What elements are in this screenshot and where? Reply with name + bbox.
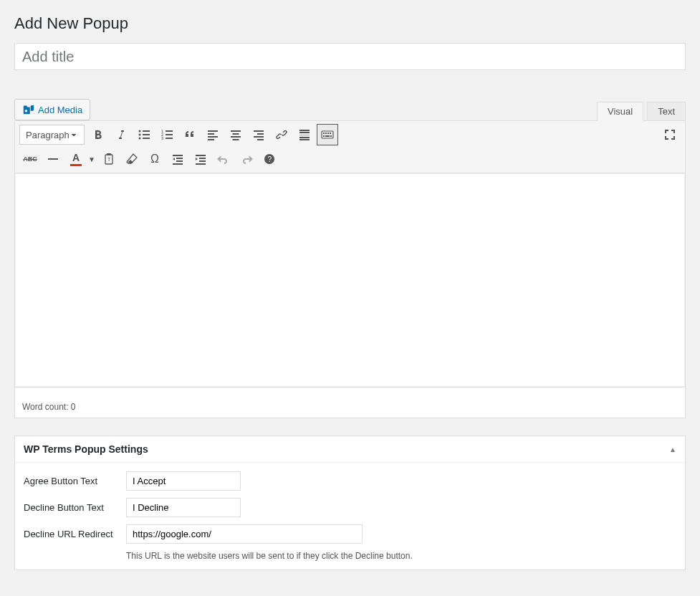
omega-icon: Ω bbox=[150, 153, 159, 165]
align-left-button[interactable] bbox=[202, 124, 224, 145]
svg-rect-32 bbox=[327, 133, 329, 134]
agree-button-label: Agree Button Text bbox=[24, 476, 120, 486]
decline-redirect-label: Decline URL Redirect bbox=[24, 529, 120, 539]
svg-rect-14 bbox=[208, 136, 218, 138]
undo-button[interactable] bbox=[213, 148, 234, 170]
svg-rect-4 bbox=[143, 134, 150, 135]
title-input[interactable] bbox=[14, 43, 686, 70]
align-center-icon bbox=[229, 128, 243, 142]
toolbar-toggle-button[interactable] bbox=[317, 124, 338, 145]
special-char-button[interactable]: Ω bbox=[144, 148, 166, 170]
svg-rect-11 bbox=[166, 138, 173, 139]
svg-rect-48 bbox=[196, 163, 206, 165]
editor-tabs: Visual Text bbox=[593, 102, 686, 121]
svg-rect-31 bbox=[325, 133, 327, 134]
read-more-button[interactable] bbox=[294, 124, 315, 145]
settings-metabox: WP Terms Popup Settings ▲ Agree Button T… bbox=[14, 436, 686, 570]
svg-point-0 bbox=[139, 130, 141, 133]
svg-rect-23 bbox=[257, 139, 264, 140]
strikethrough-button[interactable]: ABC bbox=[19, 148, 41, 170]
svg-rect-18 bbox=[231, 136, 241, 138]
decline-redirect-input[interactable] bbox=[126, 524, 363, 544]
add-media-button[interactable]: Add Media bbox=[14, 99, 90, 120]
svg-rect-3 bbox=[143, 130, 150, 132]
svg-rect-24 bbox=[299, 130, 310, 131]
svg-rect-39 bbox=[107, 153, 111, 155]
camera-music-icon bbox=[22, 103, 35, 116]
collapse-icon: ▲ bbox=[669, 446, 676, 453]
editor-toolbar: Paragraph 123 ABC A ▼ T Ω bbox=[14, 120, 686, 173]
svg-text:3: 3 bbox=[161, 136, 164, 140]
outdent-button[interactable] bbox=[167, 148, 188, 170]
bulleted-list-icon bbox=[137, 128, 151, 142]
bulleted-list-button[interactable] bbox=[133, 124, 155, 145]
word-count-value: 0 bbox=[71, 402, 76, 412]
fullscreen-button[interactable] bbox=[659, 124, 681, 145]
svg-rect-42 bbox=[176, 158, 183, 159]
hr-icon bbox=[46, 152, 60, 166]
horizontal-rule-button[interactable] bbox=[42, 148, 64, 170]
svg-rect-37 bbox=[48, 158, 58, 160]
blockquote-icon bbox=[183, 128, 197, 142]
svg-rect-30 bbox=[323, 133, 325, 134]
indent-button[interactable] bbox=[190, 148, 211, 170]
content-editable[interactable] bbox=[15, 173, 685, 387]
numbered-list-icon: 123 bbox=[160, 128, 174, 142]
link-icon bbox=[274, 128, 289, 142]
blockquote-button[interactable] bbox=[179, 124, 201, 145]
fullscreen-icon bbox=[663, 128, 677, 142]
svg-rect-36 bbox=[330, 135, 332, 137]
align-right-button[interactable] bbox=[248, 124, 269, 145]
svg-rect-26 bbox=[299, 135, 310, 135]
svg-rect-5 bbox=[143, 138, 150, 139]
numbered-list-button[interactable]: 123 bbox=[156, 124, 178, 145]
outdent-icon bbox=[171, 152, 185, 166]
metabox-header[interactable]: WP Terms Popup Settings ▲ bbox=[15, 436, 685, 463]
svg-rect-22 bbox=[254, 136, 264, 138]
format-select[interactable]: Paragraph bbox=[19, 125, 85, 145]
undo-icon bbox=[216, 152, 231, 166]
page-title: Add New Popup bbox=[14, 14, 686, 33]
editor-content-area bbox=[14, 173, 686, 388]
svg-rect-16 bbox=[231, 130, 241, 132]
svg-rect-27 bbox=[299, 137, 310, 138]
link-button[interactable] bbox=[271, 124, 292, 145]
svg-rect-41 bbox=[173, 155, 183, 156]
svg-rect-13 bbox=[208, 133, 214, 135]
metabox-title: WP Terms Popup Settings bbox=[24, 443, 148, 455]
text-color-button[interactable]: A ▼ bbox=[65, 148, 97, 170]
clear-formatting-button[interactable] bbox=[121, 148, 143, 170]
italic-icon bbox=[114, 128, 128, 142]
align-center-button[interactable] bbox=[225, 124, 246, 145]
svg-rect-43 bbox=[176, 160, 183, 162]
tab-visual[interactable]: Visual bbox=[597, 102, 643, 121]
editor-statusbar: Word count: 0 bbox=[14, 396, 686, 418]
tab-text[interactable]: Text bbox=[647, 102, 686, 121]
keyboard-icon bbox=[320, 128, 335, 142]
italic-button[interactable] bbox=[110, 124, 132, 145]
svg-rect-9 bbox=[166, 130, 173, 132]
bold-button[interactable] bbox=[87, 124, 109, 145]
redo-button[interactable] bbox=[236, 148, 257, 170]
svg-rect-12 bbox=[208, 130, 218, 132]
svg-rect-47 bbox=[199, 160, 206, 162]
decline-button-input[interactable] bbox=[126, 498, 241, 517]
redo-icon bbox=[239, 152, 254, 166]
svg-rect-45 bbox=[196, 155, 206, 156]
help-button[interactable]: ? bbox=[259, 148, 280, 170]
text-color-dropdown[interactable]: ▼ bbox=[87, 148, 97, 170]
word-count-label: Word count: bbox=[22, 402, 68, 412]
svg-rect-29 bbox=[322, 131, 333, 138]
add-media-label: Add Media bbox=[38, 105, 82, 115]
svg-rect-15 bbox=[208, 139, 214, 140]
svg-point-2 bbox=[139, 138, 141, 140]
svg-point-1 bbox=[139, 134, 141, 136]
paste-text-button[interactable]: T bbox=[98, 148, 120, 170]
bold-icon bbox=[91, 128, 105, 142]
indent-icon bbox=[193, 152, 208, 166]
eraser-icon bbox=[125, 152, 139, 166]
decline-button-label: Decline Button Text bbox=[24, 502, 120, 513]
read-more-icon bbox=[297, 128, 312, 142]
agree-button-input[interactable] bbox=[126, 471, 241, 491]
align-left-icon bbox=[206, 128, 220, 142]
